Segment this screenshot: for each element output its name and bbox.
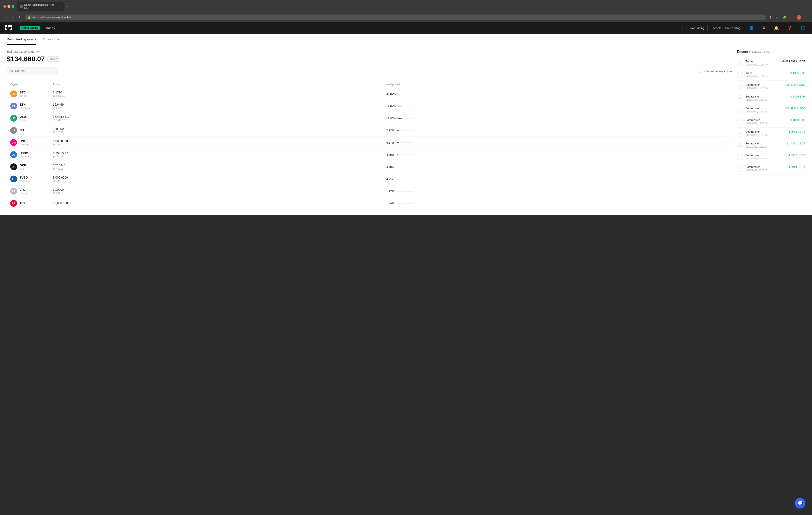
globe-icon[interactable]: 🌐 (799, 25, 807, 31)
more-options-button[interactable]: ··· (720, 92, 728, 96)
back-button[interactable]: ← (3, 15, 8, 20)
eye-icon[interactable]: 👁 (36, 50, 39, 53)
user-icon[interactable]: 👤 (747, 25, 755, 31)
minimize-button[interactable] (7, 5, 10, 8)
trade-menu[interactable]: Trade ▾ (46, 26, 55, 30)
more-options-button[interactable]: ··· (720, 177, 728, 181)
asset-symbol: USDT (20, 115, 28, 118)
tx-amount: 0.4000 ETH (790, 118, 805, 121)
assets-panel: Estimated total value 👁 $134,660.07 USD … (7, 50, 732, 210)
live-trading-button[interactable]: ↩ Live trading (683, 25, 708, 31)
demo-badge: Demo trading (20, 26, 40, 30)
more-options-button[interactable]: ··· (720, 116, 728, 120)
maximize-button[interactable] (11, 5, 14, 8)
search-bar[interactable]: 🔍 (7, 67, 58, 75)
tx-date: 11/09/2022, 15:25:25 (746, 145, 784, 148)
tx-info: Bot transfer 11/16/2022, 12:31:06 (746, 95, 788, 101)
download-icon[interactable]: ⬇ (761, 25, 767, 31)
equity-usd: $53,952.81 (53, 94, 386, 97)
pct-bar-bg (397, 142, 414, 143)
search-icon: 🔍 (10, 69, 13, 73)
bookmark-icon[interactable]: ☆ (775, 15, 779, 20)
pct-bar-bg (397, 203, 414, 204)
traffic-lights (3, 5, 14, 8)
asset-fullname: Bitcoin (20, 94, 27, 97)
more-options-button[interactable]: ··· (720, 165, 728, 169)
table-row: BT BTC Bitcoin 3.1710 $53,952.81 40.07% … (7, 88, 732, 100)
tab-demo-trading-assets[interactable]: Demo trading assets (7, 34, 36, 45)
pct-bar-bg (397, 167, 414, 167)
more-options-button[interactable]: ··· (720, 189, 728, 193)
active-tab[interactable]: Demo trading assets - The Le... ✕ (17, 2, 64, 11)
equity-usd: $6,709.25 (53, 155, 386, 158)
hide-zero-label[interactable]: Hide zero equity crypto (699, 70, 732, 73)
list-item: ↔ Bot transfer 11/16/2022, 12:10:54 382.… (737, 104, 805, 116)
list-item: ↔ Trade 12/06/2022, 10:59:09 0.4996 BTC (737, 69, 805, 81)
chat-button[interactable]: 💬 (795, 498, 805, 508)
pct-bar-fill (398, 118, 402, 118)
asset-icon: OK (10, 163, 17, 170)
equity-amount: 17,445.5412 (53, 115, 386, 118)
tx-info: Bot transfer 11/16/2022, 12:10:54 (746, 107, 782, 113)
reload-button[interactable]: ↻ (18, 15, 22, 20)
new-tab-button[interactable]: + (65, 4, 69, 9)
search-input[interactable] (15, 69, 55, 73)
tx-info: Bot transfer 11/09/2022, 15:25:29 (746, 130, 786, 136)
portfolio-pct: 14.62% (386, 105, 720, 108)
pct-text: 7.37% (386, 129, 395, 132)
tx-icon: ↔ (737, 107, 743, 113)
asset-info: BT BTC Bitcoin (10, 90, 53, 97)
pct-bar-bg (398, 94, 414, 94)
sidebar-icon[interactable]: ▭ (790, 15, 794, 20)
more-options-button[interactable]: ··· (720, 129, 728, 132)
extension-icon[interactable]: 🧩 (782, 15, 787, 20)
tx-date: 11/16/2022, 12:10:54 (746, 110, 782, 113)
asset-fullname: TrueUSD (20, 180, 29, 182)
equity-amount: 30.0000 (53, 188, 386, 191)
tx-type: Bot transfer (746, 107, 782, 110)
pct-text: 6.87% (386, 141, 395, 144)
asset-icon: LT (10, 188, 17, 195)
tx-amount: 4.0913 USDT (788, 165, 805, 168)
tx-type: Bot transfer (746, 154, 786, 157)
tx-date: 11/09/2022, 09:08:38 (746, 157, 786, 160)
tx-type: Trade (746, 60, 780, 63)
tx-type: Bot transfer (746, 142, 784, 145)
asset-info: US USDC USD Coin (10, 151, 53, 158)
tx-info: Bot transfer 11/16/2022, 12:31:06 (746, 83, 782, 89)
asset-fullname: OKB (20, 167, 26, 170)
menu-icon[interactable]: ⋮ (804, 15, 809, 20)
address-bar[interactable]: 🔒 okx.com/balance/assets/unified (25, 15, 766, 20)
equity-amount: 6,709.7277 (53, 152, 386, 155)
tx-amount: 235.6244 USDC (785, 83, 805, 86)
bell-icon[interactable]: 🔔 (772, 25, 780, 31)
asset-info: TU TUSD TrueUSD (10, 175, 53, 182)
asset-symbol: JFI (20, 129, 24, 132)
tx-info: Bot transfer 11/09/2022, 09:08:37 (746, 165, 786, 171)
tab-order-center[interactable]: Order center (43, 34, 61, 45)
asset-table: Crypto Equity % of portfolio BT BTC Bitc… (7, 81, 732, 210)
help-icon[interactable]: ❓ (786, 25, 794, 31)
tx-amount: 11.4871 USDT (787, 142, 805, 145)
asset-icon: ET (10, 103, 17, 109)
asset-info: LT LTC Litecoin (10, 188, 53, 195)
tx-icon: ↔ (737, 96, 743, 101)
profile-avatar[interactable]: J (796, 15, 801, 20)
pct-bar-bg (397, 191, 414, 192)
more-options-button[interactable]: ··· (720, 141, 728, 144)
download-page-icon[interactable]: ⬇ (768, 15, 773, 20)
pct-text: 1.77% (386, 190, 395, 193)
more-options-button[interactable]: ··· (720, 153, 728, 157)
close-button[interactable] (3, 5, 6, 8)
assets-menu[interactable]: Assets - Demo trading ▾ (713, 26, 742, 30)
hide-zero-checkbox[interactable] (699, 70, 702, 73)
more-options-button[interactable]: ··· (720, 104, 728, 108)
logo[interactable] (5, 25, 14, 30)
currency-select[interactable]: USD ▾ (47, 56, 60, 62)
tx-info: Bot transfer 11/16/2022, 12:10:54 (746, 118, 788, 125)
equity-amount: 3.1710 (53, 91, 386, 94)
tab-close-icon[interactable]: ✕ (59, 5, 61, 8)
pct-text: 4.78% (386, 165, 395, 168)
forward-button[interactable]: → (11, 15, 16, 20)
more-options-button[interactable]: ··· (720, 201, 728, 205)
